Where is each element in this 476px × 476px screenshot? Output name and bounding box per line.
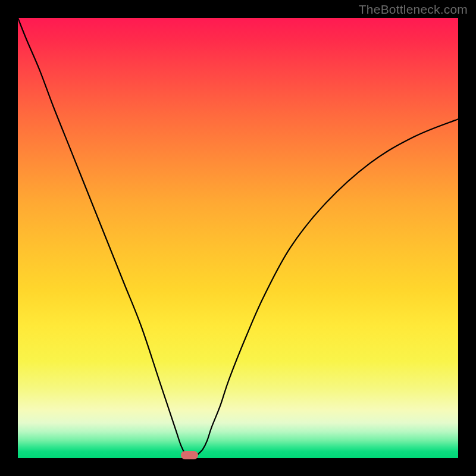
curve-right-branch bbox=[190, 119, 458, 458]
chart-frame: TheBottleneck.com bbox=[0, 0, 476, 476]
watermark-text: TheBottleneck.com bbox=[359, 2, 468, 17]
curve-svg bbox=[18, 18, 458, 458]
plot-area bbox=[18, 18, 458, 458]
min-marker bbox=[181, 451, 199, 459]
curve-left-branch bbox=[18, 18, 190, 458]
